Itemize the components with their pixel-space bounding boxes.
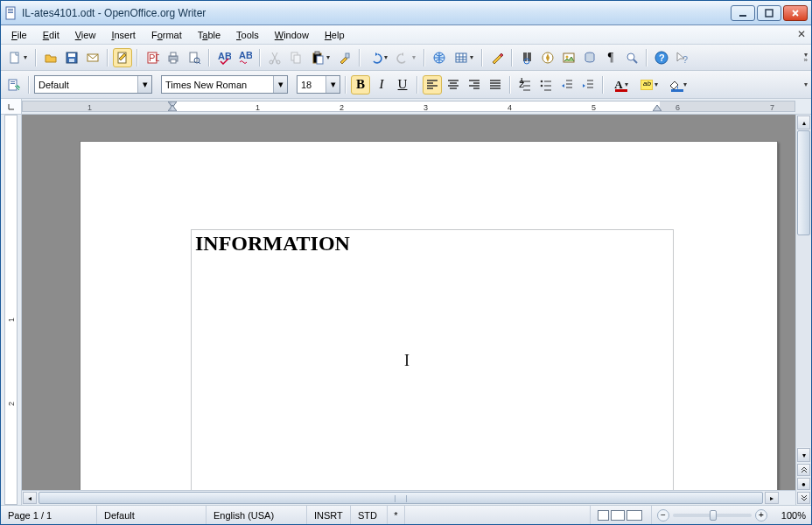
scroll-right-button[interactable]: ▸: [765, 492, 779, 504]
menu-table[interactable]: Table: [191, 27, 228, 43]
chevron-down-icon[interactable]: ▾: [137, 76, 151, 93]
edit-file-button[interactable]: [113, 48, 132, 67]
gallery-button[interactable]: [559, 48, 578, 67]
svg-point-48: [541, 84, 543, 87]
zoom-button[interactable]: [622, 48, 641, 67]
horizontal-scrollbar[interactable]: ◂ ▸: [22, 490, 795, 505]
multi-page-icon[interactable]: [611, 510, 625, 521]
menu-window[interactable]: Window: [268, 27, 316, 43]
minimize-button[interactable]: [731, 5, 755, 21]
format-paintbrush-button[interactable]: [335, 48, 354, 67]
chevron-down-icon[interactable]: ▾: [273, 76, 287, 93]
align-right-button[interactable]: [465, 75, 484, 94]
align-left-button[interactable]: [423, 75, 442, 94]
previous-page-button[interactable]: [797, 464, 810, 476]
email-button[interactable]: [83, 48, 102, 67]
maximize-button[interactable]: [757, 5, 781, 21]
menu-edit[interactable]: Edit: [36, 27, 66, 43]
menu-file[interactable]: File: [4, 27, 34, 43]
decrease-indent-button[interactable]: [557, 75, 577, 94]
close-document-icon[interactable]: ✕: [797, 28, 806, 40]
find-button[interactable]: [517, 48, 536, 67]
new-button[interactable]: ▾: [4, 48, 31, 67]
scroll-up-button[interactable]: ▴: [797, 116, 810, 130]
cut-button[interactable]: [265, 48, 284, 67]
undo-button[interactable]: ▾: [365, 48, 391, 67]
status-page[interactable]: Page 1 / 1: [1, 506, 97, 524]
styles-button[interactable]: [4, 75, 24, 94]
single-page-icon[interactable]: [598, 510, 609, 521]
text-frame[interactable]: INFORMATION: [191, 229, 674, 490]
paragraph-style-combo[interactable]: Default▾: [34, 75, 152, 94]
status-spacer: [405, 506, 591, 524]
align-center-button[interactable]: [444, 75, 463, 94]
auto-spellcheck-button[interactable]: ABC: [235, 48, 255, 67]
bold-button[interactable]: B: [351, 75, 370, 94]
nonprinting-button[interactable]: ¶: [601, 48, 620, 67]
svg-text:ABC: ABC: [218, 51, 231, 61]
svg-rect-6: [10, 52, 18, 63]
status-selection[interactable]: STD: [351, 506, 388, 524]
background-color-button[interactable]: ▾: [664, 75, 690, 94]
menu-view[interactable]: View: [68, 27, 103, 43]
menu-help[interactable]: Help: [318, 27, 352, 43]
table-button[interactable]: ▾: [451, 48, 477, 67]
italic-button[interactable]: I: [372, 75, 391, 94]
horizontal-ruler[interactable]: 1 1 2 3 4 5 6 7: [22, 101, 795, 112]
tab-stop-icon[interactable]: [1, 99, 21, 115]
copy-button[interactable]: [286, 48, 305, 67]
scroll-left-button[interactable]: ◂: [23, 492, 37, 504]
app-icon: [4, 6, 18, 20]
svg-rect-28: [346, 53, 349, 58]
close-button[interactable]: [783, 5, 808, 21]
save-button[interactable]: [62, 48, 81, 67]
status-insert[interactable]: INSRT: [307, 506, 351, 524]
svg-rect-30: [456, 53, 466, 62]
open-button[interactable]: [41, 48, 60, 67]
help-button[interactable]: ?: [652, 48, 671, 67]
status-style[interactable]: Default: [97, 506, 206, 524]
numbered-list-button[interactable]: 12: [515, 75, 535, 94]
redo-button[interactable]: ▾: [393, 48, 419, 67]
next-page-button[interactable]: [797, 492, 810, 504]
vertical-scrollbar[interactable]: ▴ ▾ ●: [795, 115, 811, 505]
whats-this-button[interactable]: ?: [673, 48, 692, 67]
print-button[interactable]: [164, 48, 183, 67]
font-size-combo[interactable]: 18▾: [297, 75, 340, 94]
navigation-button[interactable]: ●: [797, 478, 810, 490]
bullet-list-button[interactable]: [536, 75, 556, 94]
menu-insert[interactable]: Insert: [104, 27, 143, 43]
toolbar-overflow-icon[interactable]: ▾»: [804, 52, 808, 63]
toolbar-overflow-icon[interactable]: ▾: [804, 82, 808, 88]
book-view-icon[interactable]: [626, 510, 642, 521]
zoom-value[interactable]: 100%: [771, 510, 806, 521]
text-cursor-icon: I: [404, 352, 410, 370]
underline-button[interactable]: U: [393, 75, 412, 94]
svg-rect-42: [9, 80, 17, 90]
show-draw-button[interactable]: [487, 48, 507, 67]
paste-button[interactable]: ▾: [307, 48, 333, 67]
hyperlink-button[interactable]: [430, 48, 449, 67]
data-sources-button[interactable]: [580, 48, 599, 67]
scroll-down-button[interactable]: ▾: [797, 448, 810, 462]
chevron-down-icon[interactable]: ▾: [326, 76, 340, 93]
navigator-button[interactable]: [538, 48, 557, 67]
increase-indent-button[interactable]: [578, 75, 598, 94]
align-justify-button[interactable]: [486, 75, 505, 94]
print-preview-button[interactable]: [185, 48, 204, 67]
menu-tools[interactable]: Tools: [229, 27, 266, 43]
spellcheck-button[interactable]: ABC: [214, 48, 234, 67]
menu-format[interactable]: Format: [144, 27, 189, 43]
view-layout-buttons[interactable]: [591, 506, 652, 524]
zoom-slider[interactable]: − + 100%: [652, 509, 811, 522]
font-color-button[interactable]: A▾: [608, 75, 634, 94]
zoom-out-button[interactable]: −: [657, 509, 669, 522]
zoom-in-button[interactable]: +: [755, 509, 767, 522]
highlight-button[interactable]: ab▾: [636, 75, 662, 94]
status-modified: *: [388, 506, 405, 524]
export-pdf-button[interactable]: PDF: [143, 48, 162, 67]
document-canvas[interactable]: INFORMATION I: [22, 115, 795, 490]
status-language[interactable]: English (USA): [206, 506, 307, 524]
page: INFORMATION I: [80, 141, 778, 490]
font-name-combo[interactable]: Times New Roman▾: [161, 75, 288, 94]
